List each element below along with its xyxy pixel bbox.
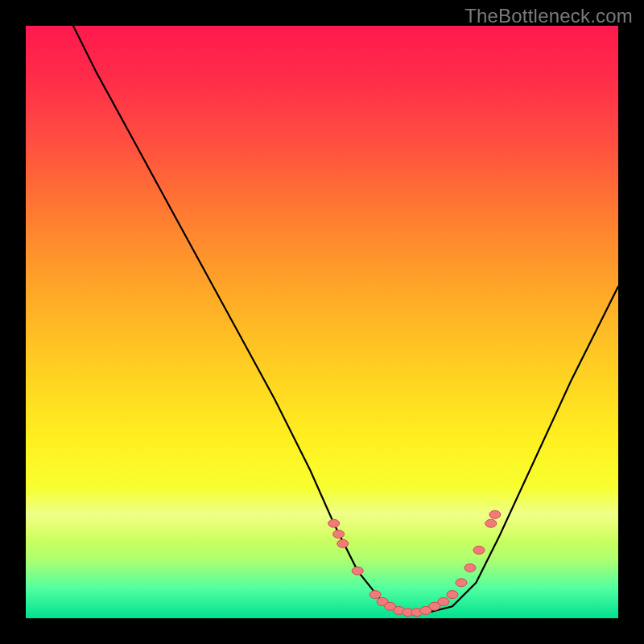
marker-dot xyxy=(473,546,485,554)
marker-dot xyxy=(447,591,458,599)
marker-dot xyxy=(352,567,363,575)
chart-frame: TheBottleneck.com xyxy=(0,0,644,644)
bottleneck-curve xyxy=(73,26,618,613)
marker-dot xyxy=(456,579,467,587)
plot-area xyxy=(26,26,618,618)
marker-dot xyxy=(369,591,381,599)
marker-dot xyxy=(337,539,349,547)
marker-dot xyxy=(464,564,476,572)
chart-svg xyxy=(26,26,618,618)
watermark-text: TheBottleneck.com xyxy=(464,5,633,27)
marker-dot xyxy=(333,530,345,539)
marker-dot xyxy=(328,519,340,527)
marker-dot xyxy=(489,510,501,518)
marker-dot xyxy=(485,519,497,527)
marker-dot xyxy=(438,597,449,605)
